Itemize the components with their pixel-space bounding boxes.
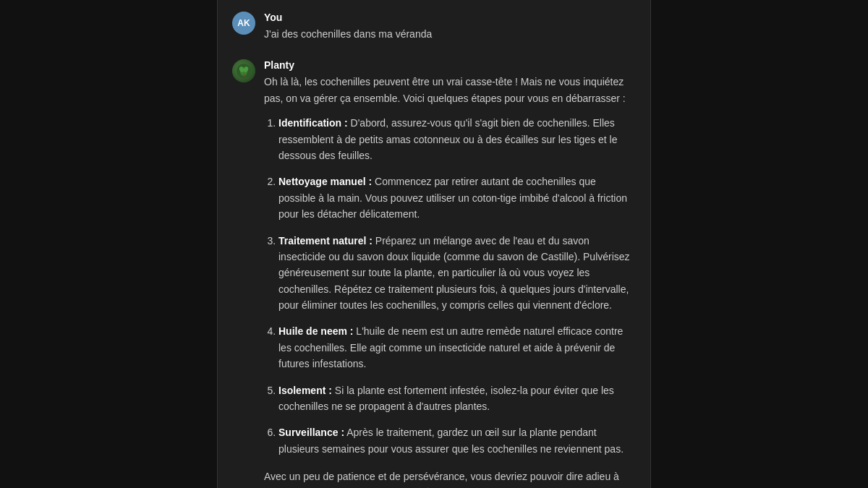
user-message-text: J'ai des cochenilles dans ma véranda — [264, 26, 636, 42]
step-6: Surveillance : Après le traitement, gard… — [278, 424, 636, 457]
step-2-title: Nettoyage manuel : — [278, 176, 372, 187]
step-4-title: Huile de neem : — [278, 325, 353, 337]
planty-steps-list: Identification : D'abord, assurez-vous q… — [264, 115, 636, 457]
planty-message-text: Oh là là, les cochenilles peuvent être u… — [264, 74, 636, 488]
user-message-content: You J'ai des cochenilles dans ma véranda — [264, 12, 636, 42]
planty-message: Planty Oh là là, les cochenilles peuvent… — [232, 59, 636, 488]
left-panel — [0, 0, 217, 488]
step-5: Isolement : Si la plante est fortement i… — [278, 382, 636, 415]
step-4: Huile de neem : L'huile de neem est un a… — [278, 323, 636, 372]
planty-avatar-icon — [237, 64, 251, 78]
step-3-title: Traitement naturel : — [278, 235, 373, 247]
planty-avatar-inner — [232, 59, 255, 82]
step-2: Nettoyage manuel : Commencez par retirer… — [278, 174, 636, 222]
right-panel — [651, 0, 868, 488]
planty-sender-name: Planty — [264, 59, 636, 71]
chat-container[interactable]: AK You J'ai des cochenilles dans ma véra… — [217, 0, 651, 488]
step-3: Traitement naturel : Préparez un mélange… — [278, 233, 636, 314]
step-5-title: Isolement : — [278, 385, 332, 396]
step-1: Identification : D'abord, assurez-vous q… — [278, 115, 636, 163]
user-avatar-initials: AK — [237, 18, 250, 28]
planty-intro: Oh là là, les cochenilles peuvent être u… — [264, 74, 636, 106]
planty-closing: Avec un peu de patience et de persévéran… — [264, 468, 636, 488]
user-message: AK You J'ai des cochenilles dans ma véra… — [232, 12, 636, 42]
step-6-title: Surveillance : — [278, 427, 344, 438]
planty-avatar — [232, 59, 255, 82]
user-avatar: AK — [232, 12, 255, 35]
planty-message-content: Planty Oh là là, les cochenilles peuvent… — [264, 59, 636, 488]
user-sender-name: You — [264, 12, 636, 23]
step-1-title: Identification : — [278, 117, 348, 129]
